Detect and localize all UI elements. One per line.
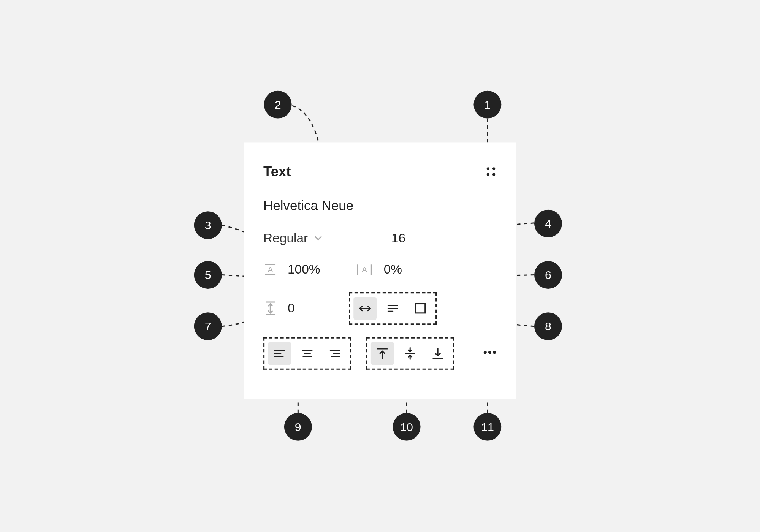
svg-point-30 — [488, 351, 491, 354]
more-options-button[interactable] — [482, 344, 498, 363]
auto-height-button[interactable] — [382, 297, 405, 320]
callout-2: 2 — [264, 91, 292, 119]
callout-4: 4 — [534, 210, 562, 238]
svg-point-31 — [493, 351, 496, 354]
auto-width-button[interactable] — [354, 297, 377, 320]
align-center-icon — [300, 346, 315, 361]
align-middle-button[interactable] — [399, 342, 422, 365]
align-bottom-icon — [430, 346, 445, 361]
svg-point-29 — [484, 351, 487, 354]
font-family-value: Helvetica Neue — [263, 198, 353, 213]
svg-point-0 — [487, 167, 489, 170]
more-horizontal-icon — [482, 344, 498, 361]
align-top-button[interactable] — [371, 342, 394, 365]
text-styles-icon[interactable] — [485, 166, 497, 177]
svg-rect-16 — [416, 304, 425, 313]
svg-point-1 — [492, 167, 495, 170]
align-right-icon — [328, 346, 343, 361]
paragraph-spacing-value: 0 — [288, 301, 295, 316]
letter-spacing-input[interactable]: A 0% — [356, 262, 402, 277]
line-height-input[interactable]: A 100% — [263, 262, 320, 277]
vertical-align-group — [366, 337, 454, 370]
line-height-icon: A — [263, 263, 277, 277]
callout-7: 7 — [194, 312, 222, 340]
callout-1: 1 — [473, 91, 501, 119]
callout-11: 11 — [473, 413, 501, 441]
chevron-down-icon — [314, 231, 323, 246]
text-resize-group — [349, 292, 437, 325]
horizontal-align-group — [263, 337, 351, 370]
svg-text:A: A — [268, 265, 273, 274]
auto-height-icon — [385, 301, 401, 316]
letter-spacing-value: 0% — [384, 262, 402, 277]
align-center-button[interactable] — [296, 342, 319, 365]
callout-8: 8 — [534, 312, 562, 340]
text-properties-panel: Text Helvetica Neue Regular 16 — [244, 142, 516, 399]
fixed-size-icon — [413, 301, 428, 316]
paragraph-spacing-input[interactable]: 0 — [263, 300, 294, 317]
align-middle-icon — [402, 346, 418, 361]
callout-3: 3 — [194, 211, 222, 239]
letter-spacing-icon: A — [356, 263, 374, 277]
line-height-value: 100% — [288, 262, 320, 277]
font-weight-value: Regular — [263, 231, 308, 246]
svg-point-2 — [487, 173, 489, 176]
align-top-icon — [375, 346, 390, 361]
paragraph-spacing-icon — [263, 300, 277, 317]
align-bottom-button[interactable] — [426, 342, 450, 365]
font-family-select[interactable]: Helvetica Neue — [263, 198, 497, 214]
svg-text:A: A — [362, 265, 367, 274]
align-left-icon — [272, 346, 287, 361]
panel-header: Text — [263, 161, 497, 182]
font-size-value: 16 — [391, 231, 405, 245]
fixed-size-button[interactable] — [409, 297, 432, 320]
callout-6: 6 — [534, 261, 562, 289]
callout-9: 9 — [284, 413, 312, 441]
auto-width-icon — [358, 301, 373, 316]
callout-5: 5 — [194, 261, 222, 289]
font-weight-select[interactable]: Regular — [263, 231, 323, 246]
svg-point-3 — [492, 173, 495, 176]
align-left-button[interactable] — [268, 342, 291, 365]
panel-title: Text — [263, 163, 291, 180]
callout-10: 10 — [393, 413, 421, 441]
align-right-button[interactable] — [323, 342, 347, 365]
font-size-input[interactable]: 16 — [391, 231, 497, 246]
